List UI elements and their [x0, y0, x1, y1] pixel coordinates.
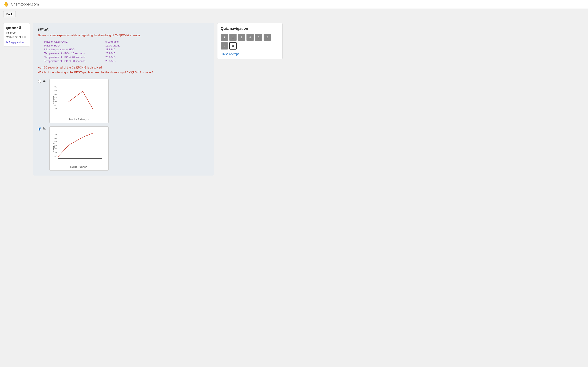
graph-a-title: Reaction Pathway → — [52, 118, 106, 120]
question-info-box: Question 8 Incorrect Marked out of 1.00 … — [3, 23, 30, 47]
question-status: Incorrect — [6, 31, 27, 34]
quiz-nav-title: Quiz navigation — [221, 26, 279, 31]
content-area: Difficult Below is some experimental dat… — [33, 23, 214, 175]
data-row-value: 5.00 grams — [105, 40, 119, 43]
graph-b-title: Reaction Pathway → — [52, 166, 106, 168]
svg-text:10: 10 — [54, 108, 57, 109]
flag-label: Flag question — [9, 41, 24, 44]
data-row-value: 23.88∘C — [105, 48, 116, 51]
svg-text:Energy (J): Energy (J) — [52, 96, 54, 104]
data-row-label: Temperature of H2Oat 10 seconds — [44, 52, 101, 55]
graph-b-svg: Energy (J) 10 20 30 40 50 60 70 — [52, 129, 105, 164]
back-button[interactable]: Back — [3, 11, 16, 17]
right-panel: Quiz navigation 12345678 Finish attempt … — [217, 23, 283, 175]
data-row-value: 23.90∘C — [105, 56, 116, 59]
graph-a-container: Energy (J) 10 20 30 40 50 60 70 — [49, 79, 109, 123]
data-row-label: Mass of Ca3(PO4)2 — [44, 40, 101, 43]
nav-num-2[interactable]: 2 — [229, 34, 237, 41]
nav-num-5[interactable]: 5 — [255, 34, 262, 41]
svg-text:50: 50 — [54, 141, 57, 143]
left-panel: Question 8 Incorrect Marked out of 1.00 … — [3, 23, 30, 175]
svg-text:50: 50 — [54, 93, 57, 95]
data-row-label: Temperature of H2O at 30 seconds — [44, 59, 101, 63]
svg-text:70: 70 — [54, 133, 57, 136]
flag-icon: ⚑ — [6, 41, 8, 44]
option-b-label: b. — [43, 127, 47, 130]
flag-question-link[interactable]: ⚑ Flag question — [6, 41, 27, 44]
option-a-radio[interactable] — [38, 80, 41, 83]
nav-num-3[interactable]: 3 — [238, 34, 245, 41]
data-row-value: 23.92∘C — [105, 52, 116, 55]
data-row-value: 15.00 grams — [105, 44, 120, 47]
data-row: Temperature of H2O at 30 seconds 23.88∘C — [44, 59, 209, 63]
options-list: a. Energy (J) 10 20 30 40 50 — [38, 79, 209, 171]
data-row: Temperature of H2O at 20 seconds 23.90∘C — [44, 56, 209, 59]
svg-text:30: 30 — [54, 148, 57, 150]
svg-text:70: 70 — [54, 86, 57, 88]
option-a-label: a. — [43, 79, 47, 83]
finish-attempt-link[interactable]: Finish attempt ... — [221, 52, 242, 56]
question-number: 8 — [19, 26, 21, 30]
question-text: Which of the following is the BEST graph… — [38, 71, 209, 74]
svg-text:20: 20 — [54, 104, 57, 106]
svg-text:Energy (J): Energy (J) — [52, 143, 54, 152]
option-a: a. Energy (J) 10 20 30 40 50 — [38, 79, 209, 123]
svg-text:60: 60 — [54, 90, 57, 92]
data-row: Mass of H2O 15.00 grams — [44, 44, 209, 47]
data-table: Mass of Ca3(PO4)2 5.00 gramsMass of H2O … — [44, 40, 209, 63]
nav-num-1[interactable]: 1 — [221, 34, 228, 41]
data-row-label: Initial temperature of H2O — [44, 48, 101, 51]
nav-num-4[interactable]: 4 — [246, 34, 254, 41]
nav-num-8[interactable]: 8 — [229, 42, 237, 50]
data-row: Temperature of H2Oat 10 seconds 23.92∘C — [44, 52, 209, 55]
data-row-label: Temperature of H2O at 20 seconds — [44, 56, 101, 59]
site-name: Chemtopper.com — [11, 2, 39, 7]
option-b: b. Energy (J) 10 20 30 40 50 — [38, 126, 209, 171]
data-row-label: Mass of H2O — [44, 44, 101, 47]
svg-text:20: 20 — [54, 151, 57, 154]
data-row-value: 23.88∘C — [105, 59, 116, 63]
difficulty-label: Difficult — [38, 28, 209, 31]
statement-text: At t=30 seconds, all of the Ca3(PO4)2 is… — [38, 66, 209, 69]
nav-numbers: 12345678 — [221, 34, 279, 50]
data-row: Mass of Ca3(PO4)2 5.00 grams — [44, 40, 209, 43]
svg-text:30: 30 — [54, 100, 57, 102]
option-b-radio[interactable] — [38, 127, 41, 131]
svg-text:10: 10 — [54, 155, 57, 157]
svg-text:40: 40 — [54, 97, 57, 99]
graph-a-svg: Energy (J) 10 20 30 40 50 60 70 — [52, 82, 105, 116]
nav-num-6[interactable]: 6 — [264, 34, 271, 41]
quiz-nav-box: Quiz navigation 12345678 Finish attempt … — [217, 23, 283, 59]
nav-num-7[interactable]: 7 — [221, 42, 228, 50]
svg-text:60: 60 — [54, 137, 57, 139]
data-row: Initial temperature of H2O 23.88∘C — [44, 48, 209, 51]
svg-text:40: 40 — [54, 144, 57, 146]
question-title: Question 8 — [6, 26, 27, 30]
question-intro: Below is some experimental data regardin… — [38, 34, 209, 37]
marked-out: Marked out of 1.00 — [6, 35, 27, 39]
logo-emoji: 🤚 — [3, 2, 9, 7]
graph-b-container: Energy (J) 10 20 30 40 50 60 70 — [49, 126, 109, 171]
